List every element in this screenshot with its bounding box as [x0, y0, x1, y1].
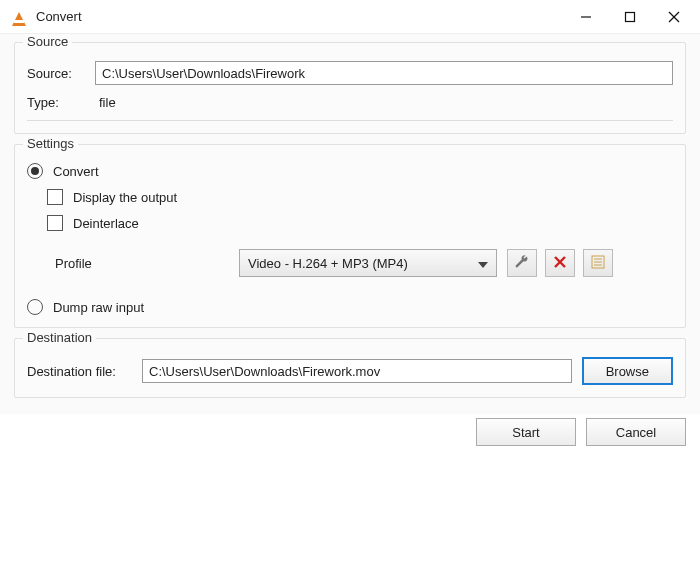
source-label: Source:	[27, 66, 95, 81]
deinterlace-label: Deinterlace	[73, 216, 139, 231]
convert-radio-row[interactable]: Convert	[27, 163, 673, 179]
destination-legend: Destination	[23, 330, 96, 345]
settings-group: Settings Convert Display the output Dein…	[14, 144, 686, 328]
minimize-button[interactable]	[564, 2, 608, 32]
delete-profile-button[interactable]	[545, 249, 575, 277]
display-output-label: Display the output	[73, 190, 177, 205]
source-group: Source Source: Type: file	[14, 42, 686, 134]
source-divider	[27, 120, 673, 121]
source-legend: Source	[23, 34, 72, 49]
profile-label: Profile	[27, 256, 239, 271]
content-area: Source Source: Type: file Settings Conve…	[0, 34, 700, 414]
display-output-checkbox[interactable]	[47, 189, 63, 205]
window-title: Convert	[36, 9, 564, 24]
cancel-button[interactable]: Cancel	[586, 418, 686, 446]
svg-rect-1	[626, 12, 635, 21]
profile-selected-value: Video - H.264 + MP3 (MP4)	[248, 256, 408, 271]
dump-raw-radio[interactable]	[27, 299, 43, 315]
browse-button-label: Browse	[606, 364, 649, 379]
convert-radio-label: Convert	[53, 164, 99, 179]
destination-input[interactable]	[142, 359, 572, 383]
browse-button[interactable]: Browse	[582, 357, 673, 385]
dialog-footer: Start Cancel	[0, 414, 700, 458]
settings-legend: Settings	[23, 136, 78, 151]
titlebar: Convert	[0, 0, 700, 34]
type-value: file	[95, 95, 116, 110]
display-output-row[interactable]: Display the output	[47, 189, 673, 205]
wrench-icon	[514, 254, 530, 273]
type-label: Type:	[27, 95, 95, 110]
source-input[interactable]	[95, 61, 673, 85]
chevron-down-icon	[478, 256, 488, 271]
delete-x-icon	[553, 255, 567, 272]
vlc-cone-icon	[10, 8, 28, 26]
convert-radio[interactable]	[27, 163, 43, 179]
dump-raw-label: Dump raw input	[53, 300, 144, 315]
cancel-button-label: Cancel	[616, 425, 656, 440]
destination-label: Destination file:	[27, 364, 142, 379]
maximize-button[interactable]	[608, 2, 652, 32]
new-profile-button[interactable]	[583, 249, 613, 277]
svg-marker-4	[478, 262, 488, 268]
new-list-icon	[590, 254, 606, 273]
start-button[interactable]: Start	[476, 418, 576, 446]
start-button-label: Start	[512, 425, 539, 440]
edit-profile-button[interactable]	[507, 249, 537, 277]
window-controls	[564, 2, 696, 32]
close-button[interactable]	[652, 2, 696, 32]
deinterlace-row[interactable]: Deinterlace	[47, 215, 673, 231]
destination-group: Destination Destination file: Browse	[14, 338, 686, 398]
dump-raw-row[interactable]: Dump raw input	[27, 299, 673, 315]
deinterlace-checkbox[interactable]	[47, 215, 63, 231]
profile-select[interactable]: Video - H.264 + MP3 (MP4)	[239, 249, 497, 277]
